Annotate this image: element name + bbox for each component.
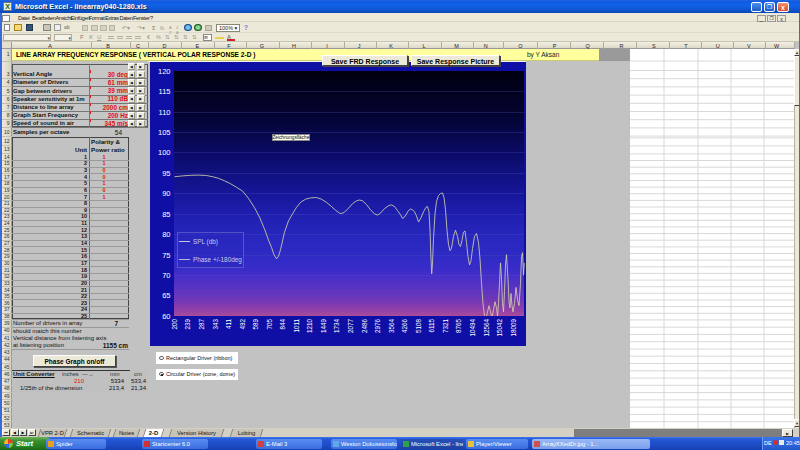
- svg-text:343: 343: [212, 319, 219, 330]
- svg-text:411: 411: [225, 319, 232, 330]
- svg-text:3564: 3564: [388, 319, 395, 334]
- svg-text:1734: 1734: [333, 319, 340, 334]
- svg-text:200: 200: [171, 319, 178, 330]
- svg-text:10494: 10494: [469, 319, 476, 337]
- svg-text:492: 492: [239, 319, 246, 330]
- svg-text:4266: 4266: [401, 319, 408, 334]
- svg-text:6115: 6115: [428, 319, 435, 333]
- svg-text:705: 705: [266, 319, 273, 330]
- svg-text:15042: 15042: [496, 319, 503, 337]
- svg-text:844: 844: [279, 319, 286, 330]
- svg-text:5108: 5108: [415, 319, 422, 334]
- svg-text:1011: 1011: [293, 319, 300, 333]
- svg-text:1210: 1210: [306, 319, 313, 334]
- svg-text:239: 239: [184, 319, 191, 330]
- svg-text:1449: 1449: [320, 319, 327, 334]
- svg-text:2976: 2976: [374, 319, 381, 334]
- svg-text:8765: 8765: [455, 319, 462, 334]
- svg-text:2077: 2077: [347, 319, 354, 334]
- svg-text:2486: 2486: [361, 319, 368, 334]
- svg-text:589: 589: [252, 319, 259, 330]
- svg-text:7321: 7321: [442, 319, 449, 334]
- svg-text:287: 287: [198, 319, 205, 330]
- svg-text:18009: 18009: [510, 319, 517, 337]
- svg-text:12564: 12564: [483, 319, 490, 337]
